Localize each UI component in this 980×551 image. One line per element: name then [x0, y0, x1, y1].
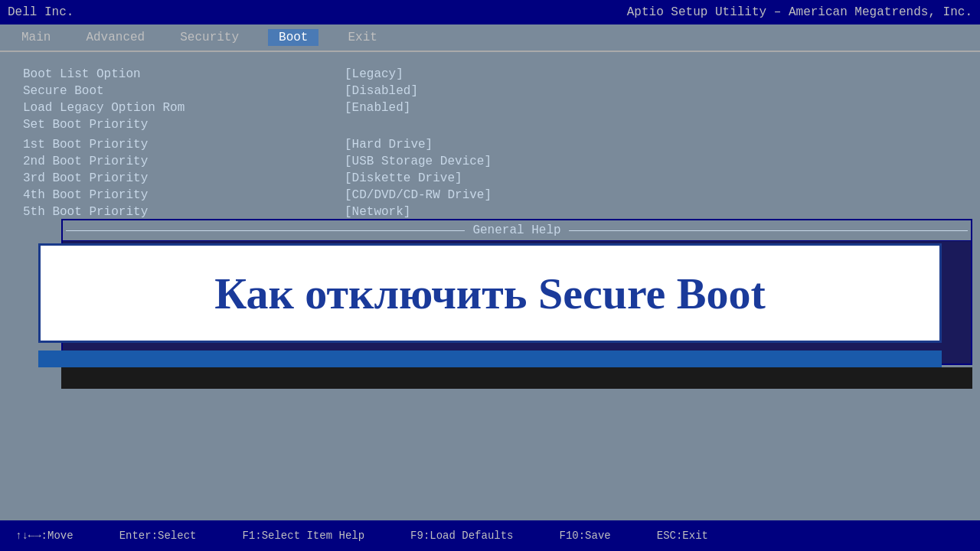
- bios-row-5th-priority[interactable]: 5th Boot Priority [Network]: [23, 205, 957, 219]
- bios-label-3rd: 3rd Boot Priority: [23, 171, 345, 185]
- bios-label-4th: 4th Boot Priority: [23, 188, 345, 202]
- bios-row-boot-list[interactable]: Boot List Option [Legacy]: [23, 67, 957, 81]
- bottom-bar: ↑↓←→:Move Enter:Select F1:Select Item He…: [0, 520, 980, 551]
- bios-value-2nd: [USB Storage Device]: [345, 155, 492, 168]
- bios-row-4th-priority[interactable]: 4th Boot Priority [CD/DVD/CD-RW Drive]: [23, 188, 957, 202]
- overlay-banner-text: Как отключить Secure Boot: [214, 268, 766, 319]
- bios-row-2nd-priority[interactable]: 2nd Boot Priority [USB Storage Device]: [23, 155, 957, 168]
- hint-enter: Enter:Select: [119, 530, 197, 542]
- nav-security[interactable]: Security: [174, 29, 245, 46]
- hint-f10: F10:Save: [560, 530, 611, 542]
- general-help-title: General Help: [63, 220, 971, 241]
- blue-highlight-bar: [38, 350, 942, 367]
- bios-value-5th: [Network]: [345, 205, 410, 219]
- bios-value-3rd: [Diskette Drive]: [345, 171, 462, 185]
- bios-label-secure-boot: Secure Boot: [23, 84, 345, 98]
- bios-value-boot-list: [Legacy]: [345, 67, 403, 81]
- nav-advanced[interactable]: Advanced: [80, 29, 151, 46]
- bios-row-1st-priority[interactable]: 1st Boot Priority [Hard Drive]: [23, 138, 957, 152]
- bios-section-set-priority: Set Boot Priority: [23, 118, 148, 132]
- nav-exit[interactable]: Exit: [341, 29, 383, 46]
- bios-label-1st: 1st Boot Priority: [23, 138, 345, 152]
- nav-bar: Main Advanced Security Boot Exit: [0, 24, 980, 52]
- bios-row-set-priority: Set Boot Priority: [23, 118, 957, 135]
- utility-name: Aptio Setup Utility – American Megatrend…: [627, 5, 972, 19]
- bios-label-5th: 5th Boot Priority: [23, 205, 345, 219]
- main-content: Boot List Option [Legacy] Secure Boot [D…: [0, 52, 980, 520]
- top-bar: Dell Inc. Aptio Setup Utility – American…: [0, 0, 980, 24]
- hint-move: ↑↓←→:Move: [15, 530, 74, 542]
- bios-value-secure-boot: [Disabled]: [345, 84, 418, 98]
- bios-label-2nd: 2nd Boot Priority: [23, 155, 345, 168]
- bios-row-3rd-priority[interactable]: 3rd Boot Priority [Diskette Drive]: [23, 171, 957, 185]
- bios-row-secure-boot[interactable]: Secure Boot [Disabled]: [23, 84, 957, 98]
- vendor-name: Dell Inc.: [8, 5, 74, 19]
- bios-label-legacy-rom: Load Legacy Option Rom: [23, 101, 345, 115]
- bios-label-boot-list: Boot List Option: [23, 67, 345, 81]
- hint-esc: ESC:Exit: [657, 530, 708, 542]
- black-bar: [61, 367, 972, 389]
- overlay-banner: Как отключить Secure Boot: [38, 243, 942, 343]
- hint-f1: F1:Select Item Help: [242, 530, 364, 542]
- hint-f9: F9:Load Defaults: [410, 530, 513, 542]
- nav-boot[interactable]: Boot: [268, 29, 318, 46]
- bios-value-4th: [CD/DVD/CD-RW Drive]: [345, 188, 492, 202]
- bios-value-legacy-rom: [Enabled]: [345, 101, 410, 115]
- bios-value-1st: [Hard Drive]: [345, 138, 433, 152]
- nav-main[interactable]: Main: [15, 29, 57, 46]
- bios-row-legacy-rom[interactable]: Load Legacy Option Rom [Enabled]: [23, 101, 957, 115]
